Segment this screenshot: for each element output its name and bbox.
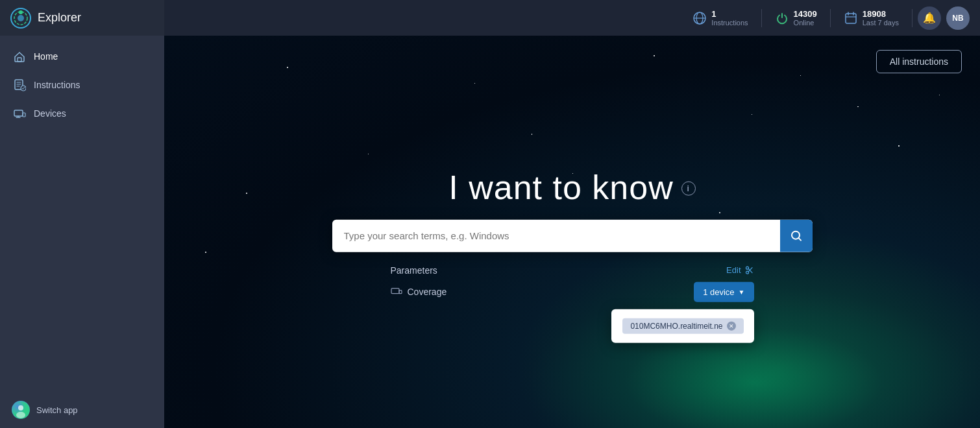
search-input[interactable]	[332, 221, 780, 250]
app-title: Explorer	[38, 11, 81, 25]
topbar-stat-instructions-label: Instructions	[711, 19, 748, 27]
coverage-label: Coverage	[391, 286, 447, 298]
topbar-stat-online-label: Online	[794, 19, 817, 27]
parameters-section: Parameters Edit	[391, 265, 754, 302]
devices-icon	[13, 107, 26, 120]
info-icon[interactable]: i	[681, 181, 696, 195]
center-content: I want to know i Parameters Edit	[326, 167, 819, 302]
calendar-icon	[844, 11, 858, 25]
topbar-divider-3	[912, 9, 913, 27]
topbar-stat-online[interactable]: 14309 Online	[767, 5, 825, 30]
sidebar-item-devices-label: Devices	[34, 108, 66, 119]
search-bar	[332, 219, 813, 252]
topbar-divider-2	[830, 9, 831, 27]
search-button[interactable]	[780, 219, 813, 252]
svg-rect-8	[23, 113, 25, 117]
svg-rect-4	[18, 58, 21, 62]
switch-app-button[interactable]: Switch app	[0, 392, 164, 428]
topbar-stat-instructions-count: 1	[711, 9, 748, 19]
globe-icon	[692, 11, 707, 25]
svg-rect-14	[846, 14, 856, 23]
switch-app-label: Switch app	[36, 405, 78, 415]
sidebar-item-devices[interactable]: Devices	[0, 99, 164, 128]
hero-title-container: I want to know i	[448, 167, 695, 206]
parameters-label: Parameters	[391, 265, 437, 275]
device-tag: 010MC6MHO.realtimeit.ne ✕	[622, 318, 743, 333]
content-background: All instructions I want to know i P	[164, 36, 980, 428]
svg-rect-7	[14, 110, 23, 116]
topbar-stat-online-text: 14309 Online	[794, 9, 817, 27]
topbar-divider-1	[761, 9, 762, 27]
sidebar-nav: Home Instructions Devices	[0, 36, 164, 392]
topbar: 1 Instructions 14309 Online	[164, 0, 980, 36]
scissors-icon	[745, 265, 754, 274]
instructions-icon	[13, 78, 26, 91]
topbar-stat-lastdays-count: 18908	[863, 9, 899, 19]
svg-point-10	[18, 405, 23, 410]
coverage-row: Coverage 1 device ▼ 010MC6MHO.realtimeit…	[391, 281, 754, 302]
device-tag-close-button[interactable]: ✕	[727, 321, 736, 330]
sidebar-header: Explorer	[0, 0, 164, 36]
chevron-down-icon: ▼	[739, 288, 745, 295]
device-dropdown-button[interactable]: 1 device ▼	[694, 281, 753, 302]
sidebar: Explorer Home Instructions	[0, 0, 164, 428]
bell-button[interactable]: 🔔	[918, 6, 941, 30]
svg-point-3	[19, 10, 23, 14]
hero-title-text: I want to know	[448, 167, 673, 206]
sidebar-item-home[interactable]: Home	[0, 42, 164, 71]
sidebar-item-instructions-label: Instructions	[34, 80, 80, 90]
coverage-text: Coverage	[408, 287, 447, 297]
edit-button[interactable]: Edit	[726, 265, 753, 275]
edit-label: Edit	[726, 265, 741, 275]
app-logo	[10, 8, 31, 29]
device-tag-name: 010MC6MHO.realtimeit.ne	[630, 321, 722, 330]
svg-rect-18	[391, 289, 399, 294]
user-avatar[interactable]: NB	[946, 6, 970, 30]
topbar-stat-lastdays-label: Last 7 days	[863, 19, 899, 27]
power-icon	[775, 11, 789, 25]
parameters-header: Parameters Edit	[391, 265, 754, 275]
home-icon	[13, 50, 26, 63]
device-popup: 010MC6MHO.realtimeit.ne ✕	[611, 309, 754, 342]
sidebar-item-instructions[interactable]: Instructions	[0, 71, 164, 99]
svg-point-11	[16, 412, 25, 418]
all-instructions-button[interactable]: All instructions	[876, 50, 962, 73]
coverage-icon	[391, 286, 402, 298]
search-icon	[790, 229, 803, 242]
topbar-stat-lastdays[interactable]: 18908 Last 7 days	[836, 5, 907, 30]
main-area: 1 Instructions 14309 Online	[164, 0, 980, 428]
topbar-stat-instructions-text: 1 Instructions	[711, 9, 748, 27]
topbar-stat-instructions[interactable]: 1 Instructions	[685, 5, 755, 30]
device-count-label: 1 device	[703, 287, 734, 296]
topbar-stat-lastdays-text: 18908 Last 7 days	[863, 9, 899, 27]
topbar-stat-online-count: 14309	[794, 9, 817, 19]
switch-app-avatar	[12, 401, 30, 419]
sidebar-item-home-label: Home	[34, 51, 58, 62]
svg-point-2	[18, 15, 24, 21]
